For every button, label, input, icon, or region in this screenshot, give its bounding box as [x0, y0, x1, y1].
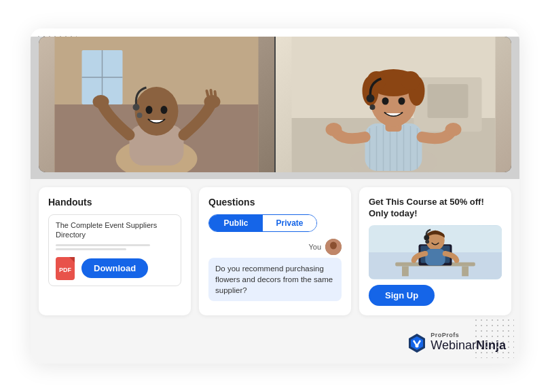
- panels-row: Handouts The Complete Event Suppliers Di…: [31, 179, 519, 326]
- svg-point-11: [137, 113, 143, 118]
- course-image: [369, 225, 502, 279]
- svg-line-14: [207, 91, 208, 96]
- course-title: Get This Course at 50% off! Only today!: [369, 197, 502, 220]
- questions-title: Questions: [208, 197, 342, 208]
- svg-point-10: [133, 104, 140, 111]
- svg-point-45: [330, 242, 337, 250]
- svg-point-40: [367, 94, 375, 102]
- handouts-panel: Handouts The Complete Event Suppliers Di…: [39, 187, 191, 315]
- svg-rect-51: [462, 266, 469, 276]
- webinarninja-logo-icon: [406, 332, 425, 351]
- course-panel: Get This Course at 50% off! Only today!: [359, 187, 511, 315]
- questions-tabs: Public Private: [208, 214, 317, 232]
- svg-point-60: [416, 345, 419, 348]
- tab-private[interactable]: Private: [263, 215, 316, 231]
- svg-point-39: [399, 98, 405, 105]
- svg-point-9: [161, 106, 168, 114]
- handout-lines: [56, 244, 174, 250]
- svg-point-13: [204, 95, 221, 109]
- main-container: Handouts The Complete Event Suppliers Di…: [31, 28, 519, 364]
- svg-point-12: [93, 95, 109, 109]
- download-button[interactable]: Download: [81, 258, 148, 278]
- svg-point-37: [401, 71, 420, 90]
- question-text: Do you recommend purchasing flowers and …: [215, 264, 333, 294]
- svg-point-56: [425, 239, 429, 243]
- tab-public[interactable]: Public: [209, 215, 263, 231]
- handouts-title: Handouts: [48, 197, 181, 208]
- handout-line-2: [56, 248, 126, 250]
- svg-point-43: [445, 123, 462, 136]
- svg-point-8: [146, 106, 153, 114]
- questions-panel: Questions Public Private You Do you reco…: [199, 187, 351, 315]
- svg-point-7: [135, 87, 179, 136]
- svg-rect-20: [428, 84, 469, 118]
- you-label: You: [308, 243, 321, 251]
- svg-rect-57: [425, 249, 445, 266]
- handout-item: The Complete Event Suppliers Directory P…: [48, 214, 181, 286]
- question-bubble: Do you recommend purchasing flowers and …: [208, 258, 342, 301]
- video-person-left: [39, 37, 276, 172]
- question-user-row: You: [208, 239, 342, 255]
- svg-point-41: [370, 104, 375, 110]
- handout-actions: PDF Download: [56, 257, 174, 280]
- pdf-icon: PDF: [56, 257, 75, 280]
- svg-point-38: [382, 98, 389, 105]
- webinar-text: Webinar: [430, 338, 476, 352]
- svg-line-16: [215, 92, 216, 97]
- svg-line-15: [211, 90, 212, 96]
- svg-point-55: [424, 235, 429, 240]
- footer: ProProfs WebinarNinja: [31, 326, 519, 364]
- svg-rect-50: [402, 266, 409, 276]
- user-avatar: [325, 239, 342, 255]
- decorative-dots-br: [473, 317, 514, 358]
- signup-button[interactable]: Sign Up: [369, 285, 435, 306]
- svg-point-42: [326, 123, 342, 136]
- video-container: [39, 37, 511, 172]
- handout-line-1: [56, 244, 150, 246]
- handout-doc-title: The Complete Event Suppliers Directory: [56, 220, 174, 240]
- video-section: [31, 37, 519, 179]
- video-person-right: [276, 37, 511, 172]
